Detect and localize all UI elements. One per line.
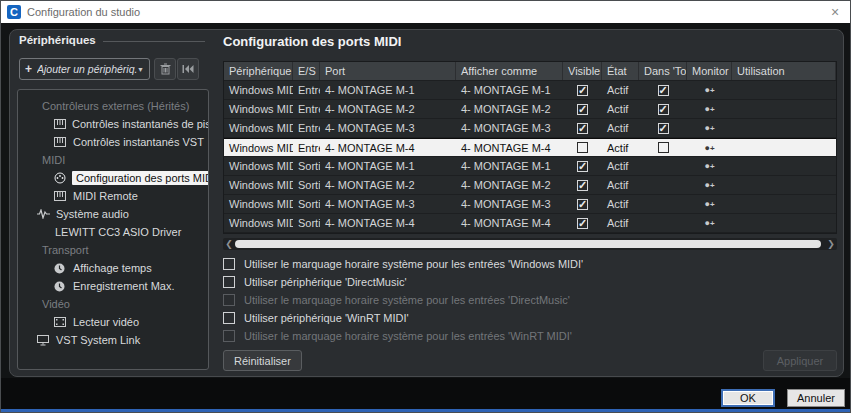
table-row[interactable]: Windows MIDISortie4- MONTAGE M-24- MONTA… — [224, 176, 836, 195]
cell-in-all-inputs[interactable] — [639, 104, 687, 115]
add-device-button[interactable]: + Ajouter un périphériq. ▼ — [19, 58, 150, 80]
cell-monitor[interactable]: ●+ — [687, 180, 732, 190]
checkbox[interactable] — [223, 276, 235, 288]
tree-section-midi: MIDI — [18, 151, 208, 169]
option-windows-midi-timestamp[interactable]: Utiliser le marquage horaire système pou… — [223, 257, 583, 270]
cell-monitor[interactable]: ●+ — [687, 161, 732, 171]
col-visible[interactable]: Visible — [563, 62, 602, 80]
cell-visible[interactable] — [563, 161, 602, 172]
checkbox — [223, 330, 235, 342]
cell-visible[interactable] — [563, 142, 602, 153]
table-row[interactable]: Windows MIDISortie4- MONTAGE M-14- MONTA… — [224, 157, 836, 176]
cell-monitor[interactable]: ●+ — [687, 199, 732, 209]
scrollbar-thumb[interactable] — [235, 240, 821, 248]
cell-in-all-inputs[interactable] — [639, 142, 687, 153]
cell-monitor[interactable]: ●+ — [687, 85, 732, 95]
horizontal-scrollbar[interactable]: ❮ ❯ — [223, 238, 837, 250]
scroll-left-icon[interactable]: ❮ — [223, 238, 235, 250]
option-label: Utiliser le marquage horaire système pou… — [244, 294, 570, 306]
cell-visible[interactable] — [563, 218, 602, 229]
col-port[interactable]: Port — [320, 62, 456, 80]
delete-device-button[interactable] — [154, 58, 176, 80]
checkbox[interactable] — [223, 312, 235, 324]
table-row[interactable]: Windows MIDISortie4- MONTAGE M-44- MONTA… — [224, 214, 836, 233]
cancel-button[interactable]: Annuler — [787, 389, 845, 407]
visible-checkbox[interactable] — [577, 199, 588, 210]
col-monitor[interactable]: Monitor — [687, 62, 732, 80]
cell-visible[interactable] — [563, 85, 602, 96]
cell-in-all-inputs[interactable] — [639, 218, 687, 229]
tree-item-asio-driver[interactable]: LEWITT CC3 ASIO Driver — [18, 223, 208, 241]
apply-button: Appliquer — [763, 350, 837, 371]
cell-in-all-inputs[interactable] — [639, 123, 687, 134]
cell-monitor[interactable]: ●+ — [687, 143, 732, 153]
option-label: Utiliser le marquage horaire système pou… — [244, 258, 583, 270]
visible-checkbox[interactable] — [577, 123, 588, 134]
cell-device: Windows MIDI — [224, 198, 293, 210]
visible-checkbox[interactable] — [577, 104, 588, 115]
tree-item-label: Contrôles instantanés de piste — [72, 118, 209, 130]
tree-item-vst-quick-controls[interactable]: Contrôles instantanés VST — [18, 133, 208, 151]
tree-item-time-display[interactable]: Affichage temps — [18, 259, 208, 277]
cell-in-all-inputs[interactable] — [639, 199, 687, 210]
in-all-inputs-checkbox[interactable] — [658, 142, 669, 153]
col-show-as[interactable]: Afficher comme — [456, 62, 563, 80]
scroll-right-icon[interactable]: ❯ — [825, 238, 837, 250]
tree-section-external-controllers: Contrôleurs externes (Hérités) — [18, 97, 208, 115]
option-use-winrt-midi[interactable]: Utiliser périphérique 'WinRT MIDI' — [223, 311, 583, 324]
tree-item-track-quick-controls[interactable]: Contrôles instantanés de piste — [18, 115, 208, 133]
ok-button[interactable]: OK — [721, 389, 775, 407]
col-state[interactable]: État — [602, 62, 639, 80]
table-row[interactable]: Windows MIDISortie4- MONTAGE M-34- MONTA… — [224, 195, 836, 214]
tree-item-audio-system[interactable]: Système audio — [18, 205, 208, 223]
plus-icon: + — [25, 62, 32, 76]
table-row[interactable]: Windows MIDIEntrée4- MONTAGE M-34- MONTA… — [224, 119, 836, 138]
studio-setup-dialog: C Configuration du studio × Périphérique… — [0, 0, 851, 413]
table-row[interactable]: Windows MIDIEntrée4- MONTAGE M-24- MONTA… — [224, 100, 836, 119]
cell-visible[interactable] — [563, 123, 602, 134]
col-usage[interactable]: Utilisation — [732, 62, 836, 80]
cell-state: Actif — [602, 122, 639, 134]
cell-port: 4- MONTAGE M-3 — [320, 122, 456, 134]
tree-item-midi-port-setup[interactable]: Configuration des ports MIDI — [18, 169, 208, 187]
cell-in-all-inputs[interactable] — [639, 161, 687, 172]
option-winrt-midi-timestamp: Utiliser le marquage horaire système pou… — [223, 329, 583, 342]
chevron-down-icon: ▼ — [137, 66, 144, 73]
in-all-inputs-checkbox[interactable] — [658, 104, 669, 115]
table-row[interactable]: Windows MIDIEntrée4- MONTAGE M-44- MONTA… — [224, 138, 836, 157]
cell-visible[interactable] — [563, 180, 602, 191]
checkbox[interactable] — [223, 258, 235, 270]
visible-checkbox[interactable] — [577, 142, 588, 153]
in-all-inputs-checkbox[interactable] — [658, 85, 669, 96]
visible-checkbox[interactable] — [577, 180, 588, 191]
tree-item-vst-system-link[interactable]: VST System Link — [18, 331, 208, 349]
cell-monitor[interactable]: ●+ — [687, 123, 732, 133]
cell-io: Sortie — [293, 179, 320, 191]
visible-checkbox[interactable] — [577, 85, 588, 96]
col-in-all-inputs[interactable]: Dans 'Tout — [639, 62, 687, 80]
visible-checkbox[interactable] — [577, 218, 588, 229]
device-tree: Contrôleurs externes (Hérités) Contrôles… — [17, 89, 209, 370]
reset-button[interactable]: Réinitialiser — [223, 350, 302, 371]
cell-port: 4- MONTAGE M-3 — [320, 198, 456, 210]
cell-in-all-inputs[interactable] — [639, 180, 687, 191]
close-icon[interactable]: × — [826, 4, 844, 20]
tree-item-midi-remote[interactable]: MIDI Remote — [18, 187, 208, 205]
col-io[interactable]: E/S — [293, 62, 320, 80]
tree-item-video-player[interactable]: Lecteur vidéo — [18, 313, 208, 331]
collapse-tree-button[interactable] — [177, 58, 199, 80]
cell-visible[interactable] — [563, 199, 602, 210]
cell-in-all-inputs[interactable] — [639, 85, 687, 96]
visible-checkbox[interactable] — [577, 161, 588, 172]
table-row[interactable]: Windows MIDIEntrée4- MONTAGE M-14- MONTA… — [224, 81, 836, 100]
trash-icon — [160, 63, 171, 75]
clock-icon — [54, 280, 67, 292]
tree-item-label: LEWITT CC3 ASIO Driver — [55, 226, 181, 238]
cell-monitor[interactable]: ●+ — [687, 218, 732, 228]
option-use-directmusic[interactable]: Utiliser périphérique 'DirectMusic' — [223, 275, 583, 288]
cell-monitor[interactable]: ●+ — [687, 104, 732, 114]
col-device[interactable]: Périphérique — [224, 62, 293, 80]
in-all-inputs-checkbox[interactable] — [658, 123, 669, 134]
cell-visible[interactable] — [563, 104, 602, 115]
tree-item-record-time-max[interactable]: Enregistrement Max. — [18, 277, 208, 295]
